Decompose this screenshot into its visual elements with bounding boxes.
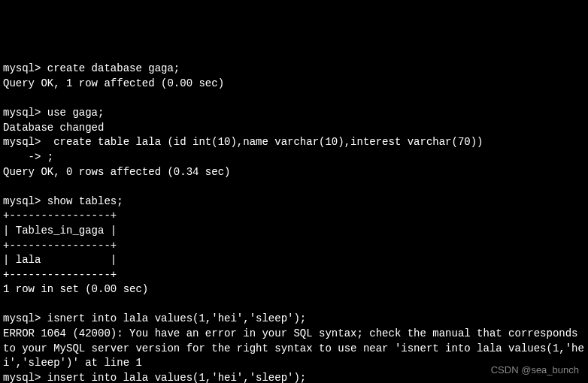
- terminal-line: +----------------+: [3, 268, 585, 283]
- terminal-line: [3, 179, 585, 195]
- terminal-line: [3, 297, 585, 312]
- terminal-line: Query OK, 0 rows affected (0.34 sec): [3, 165, 585, 180]
- watermark: CSDN @sea_bunch: [491, 363, 579, 377]
- terminal-line: +----------------+: [3, 209, 585, 224]
- terminal-line: [3, 92, 585, 107]
- terminal-line: mysql> show tables;: [3, 195, 585, 210]
- terminal-line: Database changed: [3, 121, 585, 136]
- terminal-line: +----------------+: [3, 239, 585, 254]
- terminal-line: | lala |: [3, 253, 585, 268]
- terminal-line: Query OK, 1 row affected (0.00 sec): [3, 77, 585, 92]
- terminal-line: 1 row in set (0.00 sec): [3, 282, 585, 297]
- terminal-line: mysql> use gaga;: [3, 106, 585, 121]
- terminal-line: -> ;: [3, 150, 585, 165]
- terminal-line: mysql> create table lala (id int(10),nam…: [3, 135, 585, 150]
- terminal-line: | Tables_in_gaga |: [3, 224, 585, 239]
- terminal-line: mysql> create database gaga;: [3, 62, 585, 77]
- terminal-line: mysql> isnert into lala values(1,'hei','…: [3, 312, 585, 327]
- terminal-output: mysql> create database gaga;Query OK, 1 …: [3, 62, 585, 383]
